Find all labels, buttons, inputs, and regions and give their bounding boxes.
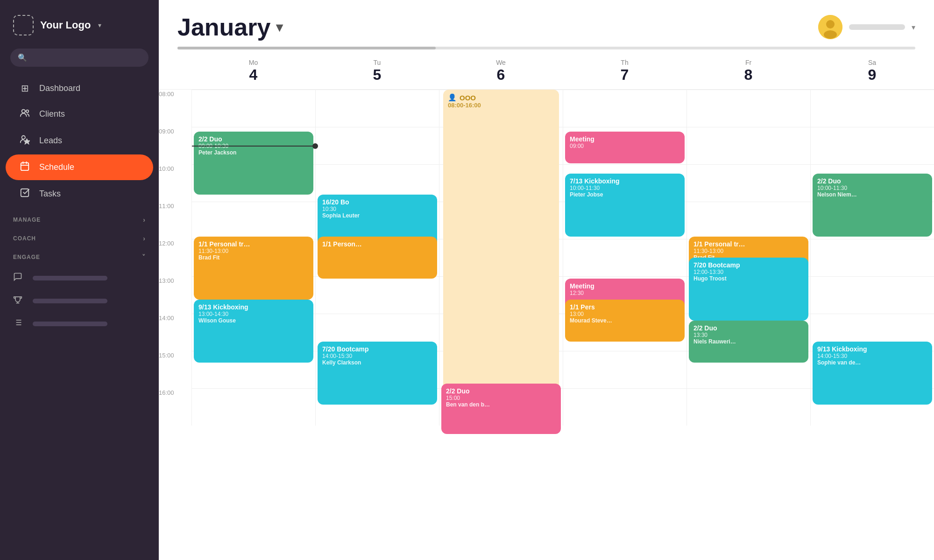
logo[interactable]: Your Logo ▾ (0, 0, 159, 45)
day-col-0: 2/2 Duo09:00-10:30Peter Jackson1/1 Perso… (191, 90, 315, 426)
user-name (849, 24, 905, 30)
calendar-event[interactable]: 7/20 Bootcamp12:00-13:30Hugo Troost (689, 258, 808, 321)
hour-row (811, 276, 934, 314)
hour-row (687, 90, 810, 127)
time-label: 15:00 (159, 351, 191, 388)
section-engage[interactable]: ENGAGE ˅ (0, 245, 159, 264)
event-title: 9/13 Kickboxing (817, 345, 927, 353)
logo-caret: ▾ (98, 21, 101, 29)
day-header-tu: Tu 5 (315, 57, 439, 85)
engage-item-trophy[interactable] (0, 289, 159, 312)
clients-icon (19, 108, 31, 120)
calendar-event[interactable]: 7/20 Bootcamp14:00-15:30Kelly Clarkson (318, 342, 437, 405)
svg-rect-8 (21, 189, 29, 197)
day-num: 4 (191, 66, 315, 84)
event-time: 10:00-11:30 (570, 185, 680, 191)
calendar-event[interactable]: 1/1 Personal tr…11:30-13:00Brad Fit (194, 237, 313, 300)
section-coach[interactable]: COACH › (0, 226, 159, 245)
time-label: 13:00 (159, 276, 191, 314)
sidebar: Your Logo ▾ 🔍 ⊞ Dashboard Clients Leads (0, 0, 159, 560)
hour-row (192, 388, 315, 426)
event-title: 7/13 Kickboxing (570, 177, 680, 185)
day-header-mo: Mo 4 (191, 57, 315, 85)
event-title: 1/1 Pers (570, 303, 680, 311)
calendar-event[interactable]: 1/1 Pers13:00Mourad Steve… (565, 300, 685, 342)
progress-bar-container (159, 41, 934, 49)
svg-marker-3 (24, 139, 29, 144)
event-person: Niels Rauweri… (693, 338, 804, 345)
leads-icon (19, 134, 31, 147)
engage-bar (33, 322, 107, 326)
event-time: 15:00 (446, 395, 556, 401)
time-label: 08:00 (159, 90, 191, 127)
svg-rect-4 (21, 163, 29, 171)
header: January ▾ ▾ (159, 0, 934, 41)
hour-row (316, 90, 439, 127)
calendar-event[interactable]: 2/2 Duo09:00-10:30Peter Jackson (194, 132, 313, 195)
search-bar[interactable]: 🔍 (10, 49, 149, 67)
event-time: 09:00 (570, 143, 680, 149)
day-num: 9 (810, 66, 934, 84)
calendar-event[interactable]: 9/13 Kickboxing14:00-15:30Sophie van de… (813, 342, 932, 405)
engage-item-list[interactable] (0, 312, 159, 335)
sidebar-item-leads[interactable]: Leads (6, 128, 153, 154)
day-header-sa: Sa 9 (810, 57, 934, 85)
calendar-event[interactable]: 7/13 Kickboxing10:00-11:30Pieter Jobse (565, 174, 685, 237)
header-right: ▾ (818, 15, 915, 39)
event-person: Sophia Leuter (322, 212, 432, 219)
calendar-event[interactable]: 1/1 Person… (318, 237, 437, 279)
hour-row (687, 164, 810, 202)
search-icon: 🔍 (18, 53, 27, 62)
event-title: 2/2 Duo (693, 324, 804, 332)
user-dropdown-caret[interactable]: ▾ (912, 23, 915, 32)
main-nav: ⊞ Dashboard Clients Leads Schedule Tas (0, 75, 159, 208)
page-title: January ▾ (177, 13, 283, 41)
day-name: Mo (191, 59, 315, 66)
time-label: 14:00 (159, 314, 191, 351)
hour-row (563, 388, 686, 426)
day-num: 6 (439, 66, 563, 84)
avatar[interactable] (818, 15, 842, 39)
day-name: Tu (315, 59, 439, 66)
calendar-event[interactable]: Meeting09:00 (565, 132, 685, 163)
event-title: Meeting (570, 135, 680, 143)
event-time: 13:00 (570, 311, 680, 317)
hour-row (811, 239, 934, 276)
connector-dot (312, 143, 318, 149)
sidebar-item-label: Clients (39, 109, 65, 119)
calendar-event[interactable]: 2/2 Duo10:00-11:30Nelson Niem… (813, 174, 932, 237)
logo-box (13, 15, 34, 35)
time-gutter: 08:0009:0010:0011:0012:0013:0014:0015:00… (159, 90, 191, 426)
day-num: 7 (563, 66, 686, 84)
day-name: Th (563, 59, 686, 66)
event-time: 14:00-15:30 (322, 353, 432, 359)
hour-row (811, 127, 934, 164)
sidebar-item-schedule[interactable]: Schedule (6, 154, 153, 180)
sidebar-item-dashboard[interactable]: ⊞ Dashboard (6, 76, 153, 100)
event-person: Ben van den b… (446, 401, 556, 408)
time-label: 16:00 (159, 388, 191, 426)
event-time: 12:30 (570, 290, 680, 296)
engage-item-chat[interactable] (0, 266, 159, 289)
calendar-event[interactable]: 👤OOO08:00-16:00≡ (443, 90, 559, 426)
day-name: Fr (686, 59, 810, 66)
hour-row (687, 127, 810, 164)
calendar-event[interactable]: 9/13 Kickboxing13:00-14:30Wilson Gouse (194, 300, 313, 363)
day-headers: Mo 4 Tu 5 We 6 Th 7 Fr 8 Sa 9 (159, 49, 934, 90)
event-title: 16/20 Bo (322, 198, 432, 206)
event-title: 7/20 Bootcamp (322, 345, 432, 353)
calendar-event[interactable]: 2/2 Duo13:30Niels Rauweri… (689, 321, 808, 363)
connector-line (192, 146, 315, 147)
search-input[interactable] (32, 54, 141, 62)
sidebar-item-label: Leads (39, 136, 62, 146)
month-caret[interactable]: ▾ (276, 20, 283, 35)
main-content: January ▾ ▾ Mo 4 Tu 5 We (159, 0, 934, 560)
section-manage[interactable]: MANAGE › (0, 208, 159, 226)
sidebar-item-clients[interactable]: Clients (6, 101, 153, 127)
event-time: 13:00-14:30 (198, 311, 309, 317)
sidebar-item-tasks[interactable]: Tasks (6, 181, 153, 207)
calendar-event[interactable]: 2/2 Duo15:00Ben van den b… (441, 384, 561, 434)
engage-bar (33, 299, 107, 303)
tasks-icon (19, 188, 31, 200)
event-title: 1/1 Personal tr… (693, 240, 804, 248)
